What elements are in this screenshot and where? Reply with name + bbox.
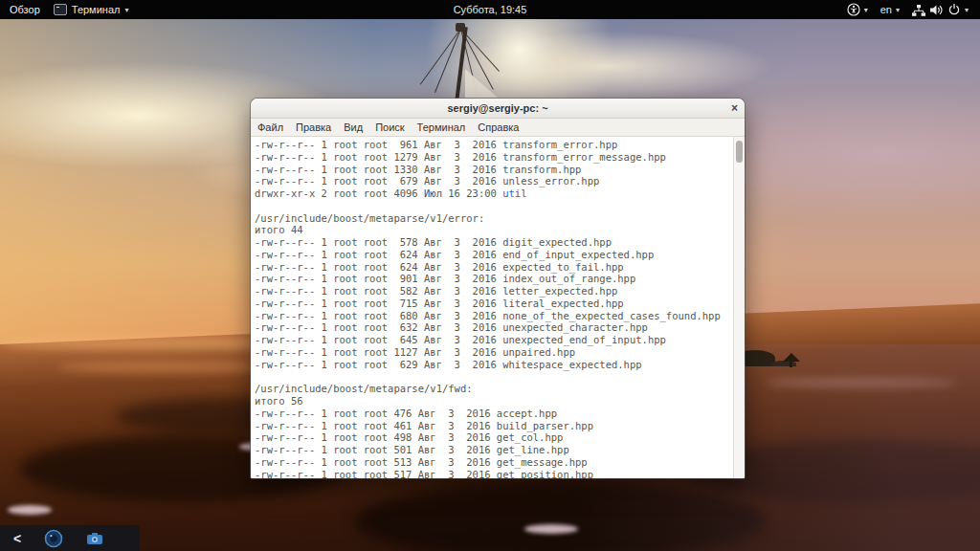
mast-top — [456, 23, 465, 32]
terminal-line: -rw-r--r-- 1 root root 517 Авг 3 2016 ge… — [255, 469, 733, 478]
wave-foam — [8, 505, 52, 515]
terminal-menubar: Файл Правка Вид Поиск Терминал Справка — [251, 119, 745, 137]
terminal-line: -rw-r--r-- 1 root root 1127 Авг 3 2016 u… — [255, 346, 733, 359]
activities-button[interactable]: Обзор — [10, 4, 40, 15]
terminal-line: -rw-r--r-- 1 root root 513 Авг 3 2016 ge… — [255, 456, 733, 469]
clock-button[interactable]: Суббота, 19:45 — [454, 4, 527, 15]
terminal-line: -rw-r--r-- 1 root root 715 Авг 3 2016 li… — [255, 298, 733, 310]
terminal-line: -rw-r--r-- 1 root root 680 Авг 3 2016 no… — [255, 310, 733, 322]
terminal-line: drwxr-xr-x 2 root root 4096 Июл 16 23:00… — [255, 187, 733, 200]
keyboard-layout-menu[interactable]: en ▾ — [880, 4, 900, 15]
terminal-window: sergiy@sergiy-pc: ~ × Файл Правка Вид По… — [251, 99, 745, 478]
terminal-line: -rw-r--r-- 1 root root 578 Авг 3 2016 di… — [255, 236, 733, 249]
terminal-line: итого 44 — [255, 224, 733, 236]
volume-icon — [929, 4, 944, 16]
hut-silhouette — [790, 362, 792, 367]
keyboard-layout-label: en — [880, 4, 892, 15]
terminal-line: -rw-r--r-- 1 root root 461 Авг 3 2016 bu… — [255, 420, 733, 432]
chevron-down-icon: ▾ — [124, 6, 128, 14]
terminal-line: /usr/include/boost/metaparse/v1/fwd: — [255, 383, 733, 395]
app-menu-label: Терминал — [72, 4, 121, 15]
terminal-line: -rw-r--r-- 1 root root 1330 Авг 3 2016 t… — [255, 164, 733, 176]
terminal-line: -rw-r--r-- 1 root root 624 Авг 3 2016 en… — [255, 249, 733, 261]
terminal-line: -rw-r--r-- 1 root root 624 Авг 3 2016 ex… — [255, 261, 733, 274]
close-icon[interactable]: × — [731, 99, 738, 118]
top-panel: Обзор Терминал ▾ Суббота, 19:45 ▾ en ▾ — [0, 0, 980, 19]
terminal-line — [255, 371, 733, 384]
tray-expand-button[interactable]: < — [13, 532, 21, 545]
menu-help[interactable]: Справка — [478, 121, 519, 133]
chevron-down-icon: ▾ — [965, 6, 969, 14]
terminal-scrollbar[interactable] — [733, 137, 745, 478]
terminal-line: -rw-r--r-- 1 root root 1279 Авг 3 2016 t… — [255, 151, 733, 164]
menu-edit[interactable]: Правка — [296, 121, 331, 133]
window-titlebar[interactable]: sergiy@sergiy-pc: ~ × — [251, 99, 745, 119]
terminal-output[interactable]: -rw-r--r-- 1 root root 961 Авг 3 2016 tr… — [251, 137, 733, 478]
wave-foam — [524, 524, 578, 534]
tray-camera-icon[interactable] — [86, 532, 103, 545]
sail-shape — [465, 69, 498, 98]
terminal-line: -rw-r--r-- 1 root root 582 Авг 3 2016 le… — [255, 285, 733, 298]
hut-silhouette — [783, 353, 800, 362]
accessibility-menu[interactable]: ▾ — [847, 3, 868, 16]
terminal-app-icon — [54, 4, 67, 15]
chevron-down-icon: ▾ — [896, 6, 900, 14]
terminal-body: -rw-r--r-- 1 root root 961 Авг 3 2016 tr… — [251, 137, 745, 478]
terminal-line: -rw-r--r-- 1 root root 961 Авг 3 2016 tr… — [255, 139, 733, 151]
terminal-line: -rw-r--r-- 1 root root 629 Авг 3 2016 wh… — [255, 359, 733, 371]
terminal-line: -rw-r--r-- 1 root root 501 Авг 3 2016 ge… — [255, 444, 733, 456]
accessibility-icon — [847, 3, 860, 16]
menu-search[interactable]: Поиск — [375, 121, 404, 133]
ship-mast-silhouette — [410, 23, 524, 99]
terminal-line: -rw-r--r-- 1 root root 901 Авг 3 2016 in… — [255, 273, 733, 285]
terminal-line: итого 56 — [255, 395, 733, 408]
network-icon — [912, 4, 925, 16]
window-title: sergiy@sergiy-pc: ~ — [447, 102, 547, 114]
app-menu-button[interactable]: Терминал ▾ — [54, 4, 129, 15]
bottom-tray: < — [0, 525, 140, 551]
menu-terminal[interactable]: Терминал — [417, 121, 466, 133]
terminal-line: -rw-r--r-- 1 root root 632 Авг 3 2016 un… — [255, 321, 733, 334]
terminal-line: -rw-r--r-- 1 root root 498 Авг 3 2016 ge… — [255, 431, 733, 444]
terminal-line: -rw-r--r-- 1 root root 645 Авг 3 2016 un… — [255, 334, 733, 346]
terminal-line — [255, 200, 733, 212]
tray-app-lens-icon[interactable] — [44, 529, 63, 548]
terminal-line: -rw-r--r-- 1 root root 476 Авг 3 2016 ac… — [255, 408, 733, 420]
system-status-menu[interactable]: ▾ — [912, 3, 969, 16]
scrollbar-thumb[interactable] — [736, 141, 743, 163]
menu-view[interactable]: Вид — [344, 121, 363, 133]
terminal-line: /usr/include/boost/metaparse/v1/error: — [255, 212, 733, 225]
power-icon — [947, 3, 961, 16]
chevron-down-icon: ▾ — [864, 6, 868, 14]
menu-file[interactable]: Файл — [257, 121, 283, 133]
terminal-line: -rw-r--r-- 1 root root 679 Авг 3 2016 un… — [255, 175, 733, 187]
